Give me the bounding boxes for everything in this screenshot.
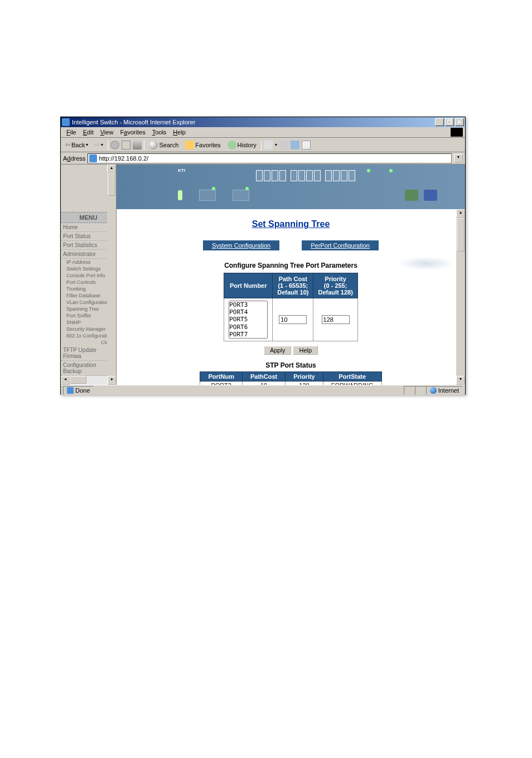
sidebar-hscrollbar[interactable]: ◂ ▸: [61, 376, 117, 385]
discuss-icon[interactable]: [302, 141, 311, 149]
stop-icon[interactable]: [110, 141, 119, 149]
power-led-icon: [178, 190, 182, 200]
menu-favorites[interactable]: Favorites: [117, 128, 148, 137]
refresh-icon[interactable]: [122, 141, 130, 149]
favorites-icon: [185, 141, 194, 149]
menu-edit[interactable]: Edit: [80, 128, 97, 137]
page-title: Set Spanning Tree: [128, 219, 454, 229]
status-section-title: STP Port Status: [128, 361, 454, 369]
forward-button[interactable]: ⇨ ▾: [93, 140, 105, 149]
status-cell: [404, 386, 415, 395]
menu-view[interactable]: View: [97, 128, 117, 137]
scroll-up-icon[interactable]: ▴: [107, 165, 116, 173]
th-path-cost: Path Cost (1 - 65535; Default 10): [273, 273, 313, 298]
internet-zone-icon: [430, 387, 437, 394]
status-table: PortNum PathCost Priority PortState PORT…: [200, 371, 381, 385]
address-input-wrap[interactable]: http://192.168.0.2/: [88, 153, 452, 163]
th-port-number: Port Number: [224, 273, 273, 298]
search-icon: [149, 141, 158, 149]
scroll-down-icon[interactable]: ▾: [456, 376, 465, 385]
window-title: Intelligent Switch - Microsoft Internet …: [72, 119, 435, 125]
page-icon: [89, 155, 97, 162]
statusbar: Done Internet: [61, 385, 465, 395]
sidebar-vscrollbar[interactable]: ▴ ▾: [107, 165, 116, 385]
minimize-button[interactable]: _: [435, 118, 444, 126]
back-button[interactable]: ⇦ Back ▾: [63, 140, 90, 149]
status-cell: [415, 386, 426, 395]
help-button[interactable]: Help: [293, 346, 318, 355]
port-number-select[interactable]: PORT3 PORT4 PORT5 PORT6 PORT7: [229, 301, 268, 339]
address-dropdown-button[interactable]: ▾: [454, 154, 463, 163]
menu-tools[interactable]: Tools: [149, 128, 170, 137]
maximize-button[interactable]: ❐: [445, 118, 454, 126]
th-priority: Priority (0 - 255; Default 128): [313, 273, 357, 298]
sidebar: MENU Home Port Status Port Statistics Ad…: [61, 165, 117, 385]
mail-dropdown-icon[interactable]: ▾: [275, 142, 277, 147]
search-button[interactable]: Search: [147, 139, 181, 151]
menubar: File Edit View Favorites Tools Help: [61, 127, 465, 138]
scroll-left-icon[interactable]: ◂: [61, 376, 70, 385]
scroll-right-icon[interactable]: ▸: [108, 376, 117, 385]
address-url[interactable]: http://192.168.0.2/: [99, 155, 450, 162]
browser-window: Intelligent Switch - Microsoft Internet …: [60, 117, 466, 395]
banner-logo: KTI: [178, 168, 185, 173]
history-button[interactable]: History: [225, 139, 259, 151]
ms-logo-icon: [451, 128, 463, 137]
toolbar: ⇦ Back ▾ ⇨ ▾ Search Favorites: [61, 138, 465, 152]
scroll-thumb[interactable]: [108, 173, 115, 196]
status-done: Done: [63, 386, 94, 395]
led-icon: [367, 169, 370, 172]
menu-help[interactable]: Help: [170, 128, 189, 137]
device-banner: KTI: [117, 165, 465, 209]
page-icon: [67, 387, 74, 394]
th-priority: Priority: [286, 371, 323, 381]
tab-system-configuration[interactable]: System Configuration: [203, 240, 279, 250]
decorative-swoosh: [398, 257, 454, 271]
edit-icon[interactable]: [291, 141, 299, 149]
menu-file[interactable]: File: [63, 128, 80, 137]
module-icon: [424, 190, 437, 201]
content-body: Set Spanning Tree System Configuration P…: [117, 209, 465, 385]
main-panel: KTI: [117, 165, 465, 385]
print-icon[interactable]: [279, 141, 288, 149]
led-icon: [389, 169, 393, 172]
th-portstate: PortState: [323, 371, 381, 381]
priority-input[interactable]: [322, 315, 350, 324]
close-button[interactable]: ✕: [455, 118, 464, 126]
th-portnum: PortNum: [200, 371, 242, 381]
hscroll-thumb[interactable]: [70, 376, 86, 384]
mail-icon[interactable]: [264, 141, 273, 149]
home-icon[interactable]: [133, 141, 142, 149]
content-area: MENU Home Port Status Port Statistics Ad…: [61, 165, 465, 385]
table-row: PORT310128FORWARDING: [200, 381, 381, 385]
favorites-button[interactable]: Favorites: [183, 139, 223, 151]
path-cost-input[interactable]: [279, 315, 307, 324]
address-label: Address: [63, 155, 85, 162]
addressbar: Address http://192.168.0.2/ ▾: [61, 152, 465, 165]
apply-button[interactable]: Apply: [264, 346, 292, 355]
scroll-thumb[interactable]: [457, 218, 465, 252]
scroll-up-icon[interactable]: ▴: [456, 209, 465, 218]
ie-icon: [62, 118, 70, 126]
port-graphic: [256, 170, 355, 181]
module-icon: [405, 190, 418, 201]
titlebar: Intelligent Switch - Microsoft Internet …: [61, 117, 465, 127]
banner-row2: [178, 190, 249, 201]
th-pathcost: PathCost: [242, 371, 285, 381]
history-icon: [228, 141, 236, 149]
config-table: Port Number Path Cost (1 - 65535; Defaul…: [224, 273, 358, 341]
tab-perport-configuration[interactable]: PerPort Configuration: [302, 240, 379, 250]
status-zone: Internet: [426, 386, 463, 395]
main-vscrollbar[interactable]: ▴ ▾: [456, 209, 465, 385]
